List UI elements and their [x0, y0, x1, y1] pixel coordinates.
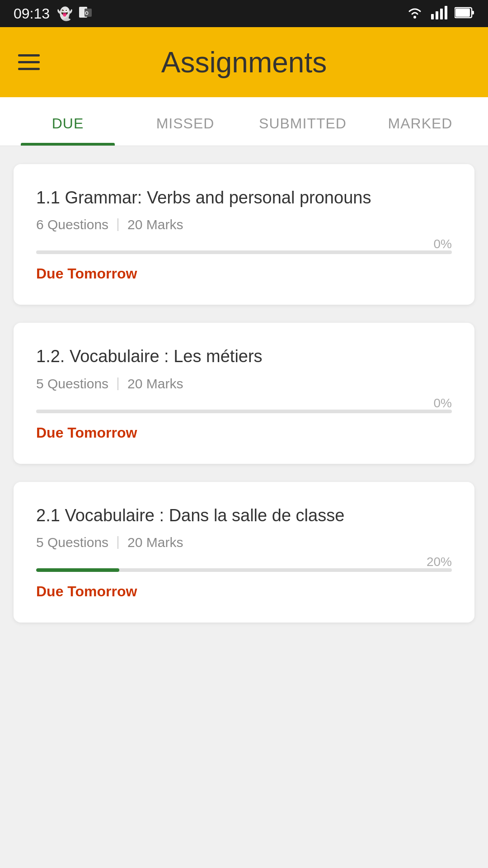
divider-1 [117, 218, 118, 231]
assignment-card-1[interactable]: 1.1 Grammar: Verbs and personal pronouns… [14, 164, 474, 305]
progress-bar-fill-3 [36, 568, 119, 572]
svg-point-3 [413, 16, 416, 19]
status-bar: 09:13 👻 O [0, 0, 488, 27]
assignment-card-2[interactable]: 1.2. Vocabulaire : Les métiers 5 Questio… [14, 323, 474, 463]
svg-rect-7 [445, 6, 447, 19]
due-label-2: Due Tomorrow [36, 425, 452, 441]
svg-rect-9 [455, 9, 470, 17]
assignment-title-2: 1.2. Vocabulaire : Les métiers [36, 345, 452, 368]
battery-icon [455, 7, 474, 20]
progress-bar-bg-1 [36, 250, 452, 254]
tab-missed[interactable]: MISSED [127, 97, 244, 146]
menu-line-2 [18, 61, 40, 63]
assignment-card-3[interactable]: 2.1 Vocabulaire : Dans la salle de class… [14, 482, 474, 623]
svg-text:O: O [85, 11, 89, 16]
svg-rect-5 [436, 11, 438, 19]
progress-container-2: 0% [36, 410, 452, 413]
menu-button[interactable] [18, 54, 40, 70]
tab-due[interactable]: DUE [9, 97, 127, 146]
assignment-title-1: 1.1 Grammar: Verbs and personal pronouns [36, 187, 452, 209]
signal-icon [431, 6, 447, 21]
status-icons-left: 👻 O [57, 5, 93, 23]
marks-1: 20 Marks [127, 217, 183, 232]
progress-bar-bg-2 [36, 410, 452, 413]
svg-rect-6 [440, 9, 443, 19]
outlook-icon: O [78, 5, 93, 23]
progress-container-3: 20% [36, 568, 452, 572]
questions-2: 5 Questions [36, 376, 108, 392]
assignment-meta-3: 5 Questions 20 Marks [36, 535, 452, 550]
snapchat-icon: 👻 [57, 6, 73, 21]
header: Assignments [0, 27, 488, 97]
assignment-title-3: 2.1 Vocabulaire : Dans la salle de class… [36, 505, 452, 527]
page-title: Assignments [161, 46, 327, 79]
menu-line-1 [18, 54, 40, 57]
tabs-container: DUE MISSED SUBMITTED MARKED [0, 97, 488, 146]
progress-percent-1: 0% [434, 237, 452, 251]
questions-3: 5 Questions [36, 535, 108, 550]
assignments-list: 1.1 Grammar: Verbs and personal pronouns… [0, 146, 488, 641]
progress-container-1: 0% [36, 250, 452, 254]
progress-percent-3: 20% [427, 555, 452, 569]
assignment-meta-1: 6 Questions 20 Marks [36, 217, 452, 232]
divider-2 [117, 377, 118, 390]
progress-bar-bg-3 [36, 568, 452, 572]
assignment-meta-2: 5 Questions 20 Marks [36, 376, 452, 392]
marks-3: 20 Marks [127, 535, 183, 550]
due-label-1: Due Tomorrow [36, 265, 452, 282]
svg-rect-10 [472, 11, 474, 14]
menu-line-3 [18, 68, 40, 70]
questions-1: 6 Questions [36, 217, 108, 232]
svg-rect-4 [431, 14, 434, 19]
progress-percent-2: 0% [434, 396, 452, 410]
tab-submitted[interactable]: SUBMITTED [244, 97, 361, 146]
wifi-icon [406, 6, 424, 21]
divider-3 [117, 536, 118, 549]
marks-2: 20 Marks [127, 376, 183, 392]
tab-marked[interactable]: MARKED [361, 97, 479, 146]
status-bar-right [406, 6, 474, 21]
status-bar-left: 09:13 👻 O [14, 5, 93, 23]
due-label-3: Due Tomorrow [36, 583, 452, 600]
status-time: 09:13 [14, 5, 50, 22]
